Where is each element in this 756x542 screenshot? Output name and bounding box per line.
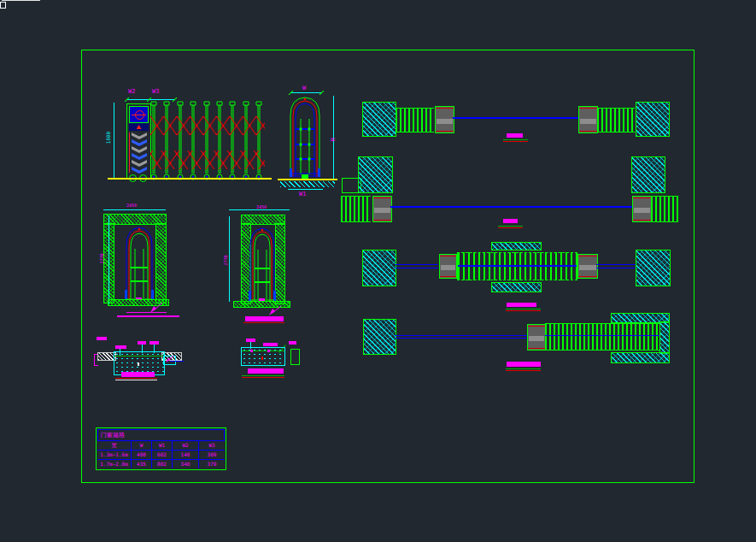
- track-line: [395, 338, 527, 339]
- track-line: [453, 117, 579, 119]
- opening-right-side-dim-text: 2770: [224, 244, 228, 278]
- leader-arrow-icon: [267, 304, 283, 316]
- gate-column-chevrons: [129, 133, 149, 173]
- sill-bar: [245, 316, 284, 321]
- spec-table-header: W2: [173, 440, 199, 450]
- drive-unit-box: [577, 254, 598, 279]
- threshold-line: [243, 322, 284, 323]
- door-opening-right-drawing: 2450 2770: [218, 203, 303, 325]
- door-bottom-dimension-line: [288, 189, 323, 190]
- drive-unit-box: [578, 106, 598, 133]
- pipe-line: [170, 361, 184, 362]
- gate-dim-w2-label: W2: [128, 89, 135, 95]
- row-value: 802: [152, 459, 173, 468]
- pier-hatch: [363, 319, 396, 355]
- row-value: 140: [173, 450, 199, 459]
- gate-elevation-drawing: W2 W3 1600: [94, 85, 275, 184]
- arched-door-leaf: [249, 224, 276, 303]
- spec-table-row: 1.7m~2.0m 435 802 340 379: [97, 459, 225, 468]
- spec-table-header: W3: [199, 440, 225, 450]
- label-underline: [498, 227, 523, 228]
- drive-unit-box: [439, 254, 457, 279]
- gate-dim-w3-label: W3: [152, 89, 159, 95]
- detail-title-text: [121, 372, 155, 377]
- track-channel-box: [290, 349, 300, 365]
- label-underline: [506, 310, 541, 311]
- folded-gate-ribs: [651, 196, 678, 222]
- guide-hatch-bottom: [491, 282, 542, 292]
- drive-unit-box: [632, 196, 652, 222]
- gate-scissor-bracing: [150, 116, 265, 171]
- door-ground-line: [278, 179, 337, 180]
- drive-unit-box: [527, 324, 546, 351]
- sill-line: [126, 312, 167, 313]
- row-value: 400: [132, 450, 152, 459]
- opening-left-side-dim-text: 2770: [100, 242, 104, 276]
- row-value: 340: [173, 459, 199, 468]
- cad-model-canvas[interactable]: W2 W3 1600: [0, 0, 756, 542]
- row-value: 602: [152, 450, 173, 459]
- drive-unit-box: [372, 196, 392, 222]
- leader-arrow-icon: [165, 355, 175, 363]
- gate-height-dim-text: 1600: [106, 125, 111, 150]
- pocket-wall-right: [659, 321, 670, 354]
- track-foundation-detail-left: [90, 335, 201, 385]
- track-line: [390, 206, 632, 208]
- arched-door-elevation-drawing: W H W1: [275, 84, 345, 202]
- track-line: [395, 335, 527, 336]
- detail-title-text: [248, 368, 284, 374]
- pocket-wall-bottom: [611, 352, 670, 363]
- arched-door-frame: [288, 93, 322, 179]
- gate-column-badge: [129, 123, 149, 131]
- row-value: 435: [132, 459, 152, 468]
- title-underline: [242, 377, 284, 378]
- title-underline: [115, 378, 157, 379]
- track-line: [596, 268, 636, 268]
- view-label-text: [507, 303, 536, 307]
- view-label-text: [507, 362, 541, 367]
- view-label-text: [507, 133, 523, 138]
- spec-table-title: 门窗规格: [97, 429, 225, 441]
- wall-hatch-right: [155, 223, 167, 303]
- spec-table-header: 宽: [97, 440, 132, 450]
- arched-door-leaf: [125, 223, 155, 302]
- gate-plan-open-1: [359, 98, 671, 145]
- folded-gate-ribs: [341, 196, 371, 222]
- gate-plan-pocket: [359, 312, 673, 374]
- drive-unit-box: [435, 106, 454, 133]
- opening-right-side-dimension-line: [229, 216, 230, 302]
- track-foundation-detail-right: [239, 337, 306, 381]
- label-underline: [503, 139, 528, 140]
- title-underline: [242, 375, 284, 376]
- view-label-text: [503, 219, 518, 223]
- title-underline: [115, 380, 157, 380]
- spec-table-header: W1: [152, 440, 173, 450]
- detail-note-text: [97, 337, 107, 340]
- opening-right-top-dimension-line: [229, 209, 290, 210]
- row-value: 379: [199, 459, 225, 468]
- wall-hatch-right: [275, 223, 285, 304]
- door-dim-w1-label: W1: [299, 191, 306, 197]
- spec-table: 门窗规格 宽 W W1 W2 W3 1.3m~1.6m 400 602 140 …: [96, 427, 226, 470]
- detail-note-text: [263, 343, 278, 346]
- track-line: [395, 264, 438, 265]
- detail-note-text: [115, 345, 126, 349]
- pier-hatch: [362, 250, 396, 286]
- pier-hatch: [636, 250, 671, 286]
- row-value: 309: [199, 450, 225, 459]
- pier-hatch: [358, 156, 393, 193]
- guide-hatch-top: [491, 242, 542, 250]
- pier-hatch: [636, 102, 670, 137]
- gate-drive-column: [126, 103, 151, 179]
- opening-left-side-dimension-line: [108, 215, 109, 304]
- folded-gate-ribs: [396, 108, 434, 133]
- door-ground-hatch: [280, 181, 335, 187]
- door-dim-h-label: H: [331, 132, 337, 149]
- label-underline: [506, 309, 541, 309]
- track-line: [395, 268, 438, 268]
- door-dim-w-label: W: [302, 85, 306, 91]
- row-label: 1.3m~1.6m: [97, 450, 132, 459]
- extended-gate-ribs: [457, 252, 577, 280]
- gate-left-dimension-line: [114, 103, 114, 178]
- label-underline: [503, 141, 528, 142]
